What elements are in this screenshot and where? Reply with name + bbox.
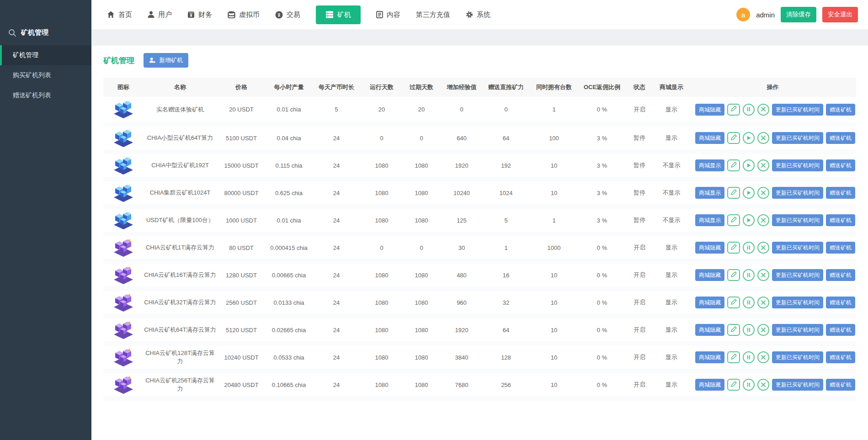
cancel-button[interactable] <box>757 269 769 281</box>
pause-button[interactable] <box>743 242 755 254</box>
gift-miner-button[interactable]: 赠送矿机 <box>826 132 855 144</box>
sidebar-search[interactable]: 矿机管理 <box>0 28 91 45</box>
nav-item-third-party-recharge[interactable]: 第三方充值 <box>416 11 450 19</box>
gift-power: 16 <box>503 272 509 279</box>
cell-exp: 960 <box>441 289 483 316</box>
mall-toggle-button[interactable]: 商城隐藏 <box>695 351 724 363</box>
expire-days: 1080 <box>415 327 428 334</box>
update-time-button[interactable]: 更新已买矿机时间 <box>772 104 823 116</box>
gift-miner-button[interactable]: 赠送矿机 <box>826 242 855 254</box>
gift-miner-button[interactable]: 赠送矿机 <box>826 159 855 171</box>
running-days: 20 <box>378 106 385 113</box>
cancel-button[interactable] <box>757 242 769 254</box>
cell-daily-hours: 24 <box>312 289 361 316</box>
mall-toggle-button[interactable]: 商城隐藏 <box>695 324 724 336</box>
edit-button[interactable] <box>727 297 740 308</box>
mall-toggle-button[interactable]: 商城显示 <box>695 159 724 171</box>
nav-item-home[interactable]: 首页 <box>107 11 132 19</box>
pause-button[interactable] <box>743 379 755 391</box>
update-time-button[interactable]: 更新已买矿机时间 <box>772 351 823 363</box>
sidebar-item-miner-management[interactable]: 矿机管理 <box>0 45 91 65</box>
update-time-button[interactable]: 更新已买矿机时间 <box>772 242 823 254</box>
play-button[interactable] <box>743 187 755 199</box>
clear-cache-button[interactable]: 清除缓存 <box>781 7 816 22</box>
gift-miner-button[interactable]: 赠送矿机 <box>826 269 855 281</box>
cell-status: 暂停 <box>625 152 654 179</box>
cancel-button[interactable] <box>757 159 769 171</box>
edit-button[interactable] <box>727 159 740 171</box>
edit-button[interactable] <box>727 351 740 363</box>
hourly-output: 0.00665 chia <box>272 272 306 279</box>
cell-oce-rate: 3 % <box>579 124 625 152</box>
nav-item-finance[interactable]: ¥财务 <box>187 11 212 19</box>
sidebar-item-purchased-miner-list[interactable]: 购买矿机列表 <box>0 65 91 85</box>
gift-miner-button[interactable]: 赠送矿机 <box>826 104 855 116</box>
play-button[interactable] <box>743 159 755 171</box>
nav-item-miner[interactable]: 矿机 <box>316 5 361 24</box>
edit-button[interactable] <box>727 379 740 391</box>
cancel-button[interactable] <box>757 297 769 308</box>
cancel-button[interactable] <box>757 379 769 391</box>
edit-button[interactable] <box>727 324 740 336</box>
nav-item-system[interactable]: 系统 <box>466 11 490 19</box>
cell-actions: 商城隐藏 更新已买矿机时间 赠送矿机 <box>689 97 856 124</box>
logout-button[interactable]: 安全退出 <box>822 7 858 22</box>
mall-toggle-button[interactable]: 商城隐藏 <box>695 379 724 391</box>
price: 5120 USDT <box>226 327 257 334</box>
avatar[interactable]: a <box>736 8 750 21</box>
mall-toggle-button[interactable]: 商城隐藏 <box>695 104 724 116</box>
edit-button[interactable] <box>727 104 740 116</box>
mall-toggle-button[interactable]: 商城显示 <box>695 187 724 199</box>
edit-button[interactable] <box>727 187 740 199</box>
nav-item-virtual-coin[interactable]: 虚拟币 <box>228 11 260 19</box>
edit-button[interactable] <box>727 132 740 144</box>
gift-power: 0 <box>504 106 507 113</box>
mall-toggle-button[interactable]: 商城隐藏 <box>695 297 724 308</box>
add-miner-button[interactable]: 新增矿机 <box>144 53 188 68</box>
update-time-button[interactable]: 更新已买矿机时间 <box>772 324 823 336</box>
column-header: 操作 <box>689 78 856 97</box>
cancel-button[interactable] <box>757 324 769 336</box>
cancel-button[interactable] <box>757 351 769 363</box>
mall-toggle-button[interactable]: 商城隐藏 <box>695 269 724 281</box>
update-time-button[interactable]: 更新已买矿机时间 <box>772 214 823 226</box>
gift-miner-button[interactable]: 赠送矿机 <box>826 297 855 308</box>
cancel-button[interactable] <box>757 104 769 116</box>
pause-button[interactable] <box>743 269 755 281</box>
edit-button[interactable] <box>727 269 740 281</box>
edit-button[interactable] <box>727 214 740 226</box>
edit-button[interactable] <box>727 242 740 254</box>
pause-button[interactable] <box>743 351 755 363</box>
update-time-button[interactable]: 更新已买矿机时间 <box>772 379 823 391</box>
mall-toggle-button[interactable]: 商城隐藏 <box>695 242 724 254</box>
mall-toggle-button[interactable]: 商城显示 <box>695 214 724 226</box>
update-time-button[interactable]: 更新已买矿机时间 <box>772 269 823 281</box>
play-button[interactable] <box>743 132 755 144</box>
gift-miner-button[interactable]: 赠送矿机 <box>826 187 855 199</box>
gift-miner-button[interactable]: 赠送矿机 <box>826 351 855 363</box>
update-time-button[interactable]: 更新已买矿机时间 <box>772 297 823 308</box>
update-time-button[interactable]: 更新已买矿机时间 <box>772 187 823 199</box>
cancel-button[interactable] <box>757 132 769 144</box>
pause-button[interactable] <box>743 297 755 308</box>
cancel-button[interactable] <box>757 187 769 199</box>
update-time-button[interactable]: 更新已买矿机时间 <box>772 159 823 171</box>
gift-miner-button[interactable]: 赠送矿机 <box>826 214 855 226</box>
nav-item-users[interactable]: 用户 <box>148 11 172 19</box>
cancel-button[interactable] <box>757 214 769 226</box>
sidebar-item-gifted-miner-list[interactable]: 赠送矿机列表 <box>0 85 91 106</box>
gift-miner-button[interactable]: 赠送矿机 <box>826 324 855 336</box>
update-time-button[interactable]: 更新已买矿机时间 <box>772 132 823 144</box>
gift-miner-button[interactable]: 赠送矿机 <box>826 379 855 391</box>
nav-item-content[interactable]: 内容 <box>376 11 400 19</box>
play-button[interactable] <box>743 214 755 226</box>
table-row: CHIA云矿机256T满存云算力20480 USDT0.10665 chia24… <box>103 371 856 398</box>
cell-gift-power: 64 <box>483 316 529 344</box>
nav-item-trade[interactable]: 交易 <box>275 11 300 19</box>
column-header: 过期天数 <box>402 78 441 97</box>
pause-button[interactable] <box>743 324 755 336</box>
running-days: 1080 <box>375 272 389 279</box>
mall-toggle-button[interactable]: 商城隐藏 <box>695 132 724 144</box>
pause-button[interactable] <box>743 104 755 116</box>
cell-daily-hours: 24 <box>312 316 361 344</box>
